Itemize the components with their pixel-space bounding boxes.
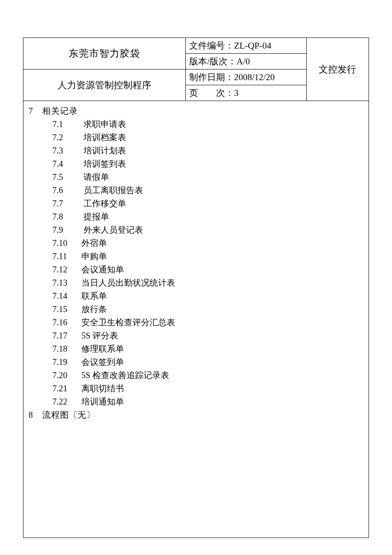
list-item: 7.19会议签到单 xyxy=(52,356,363,369)
section-8-number: 8 xyxy=(29,408,42,422)
section-7-title: 相关记录 xyxy=(42,106,78,116)
item-text: 申购单 xyxy=(81,251,107,261)
item-text: 外宿单 xyxy=(81,238,107,248)
date-cell: 制作日期：2008/12/20 xyxy=(186,69,307,85)
item-text: 5S 检查改善追踪记录表 xyxy=(81,370,169,380)
date-value: 2008/12/20 xyxy=(234,72,275,82)
list-item: 7.6 员工离职报告表 xyxy=(52,184,363,197)
item-text: 会议通知单 xyxy=(81,265,124,274)
item-number: 7.17 xyxy=(52,329,81,342)
item-number: 7.18 xyxy=(52,342,81,356)
item-number: 7.1 xyxy=(52,118,81,131)
section-7-number: 7 xyxy=(29,104,42,118)
item-text: 联系单 xyxy=(81,291,107,301)
records-list: 7.1 求职申请表 7.2 培训档案表 7.3 培训计划表 7.4 培训签到表 … xyxy=(52,118,363,408)
item-number: 7.10 xyxy=(52,237,81,250)
doc-number-cell: 文件编号：ZL-QP-04 xyxy=(186,38,307,54)
item-text: 培训通知单 xyxy=(81,397,124,406)
doc-number-label: 文件编号： xyxy=(189,40,234,51)
list-item: 7.18修理联系单 xyxy=(52,342,363,356)
item-text: 安全卫生检查评分汇总表 xyxy=(81,318,175,327)
section-8-title: 流程图 xyxy=(42,410,69,419)
document-frame: 东莞市智力胶袋 文件编号：ZL-QP-04 文控发行 版本/版次：A/0 人力资… xyxy=(23,38,369,538)
org-name: 东莞市智力胶袋 xyxy=(23,38,186,69)
issue-stamp: 文控发行 xyxy=(306,38,369,101)
item-number: 7.7 xyxy=(52,197,81,210)
item-text: 放行条 xyxy=(81,304,107,314)
item-text: 培训档案表 xyxy=(84,133,126,142)
list-item: 7.22培训通知单 xyxy=(52,395,363,408)
list-item: 7.9 外来人员登记表 xyxy=(52,223,363,237)
item-text: 请假单 xyxy=(84,172,109,182)
list-item: 7.175S 评分表 xyxy=(52,329,363,342)
page-value: 3 xyxy=(234,88,239,98)
item-number: 7.8 xyxy=(52,210,81,223)
item-number: 7.12 xyxy=(52,263,81,276)
version-cell: 版本/版次：A/0 xyxy=(186,54,307,69)
item-text: 当日人员出勤状况统计表 xyxy=(81,278,175,287)
list-item: 7.14联系单 xyxy=(52,289,363,303)
section-8-note: 〔无〕 xyxy=(69,410,95,419)
page-cell: 页 次：3 xyxy=(186,85,307,101)
list-item: 7.205S 检查改善追踪记录表 xyxy=(52,369,363,382)
item-number: 7.11 xyxy=(52,250,81,263)
procedure-title: 人力资源管制控制程序 xyxy=(23,69,186,101)
item-number: 7.14 xyxy=(52,289,81,303)
page: 东莞市智力胶袋 文件编号：ZL-QP-04 文控发行 版本/版次：A/0 人力资… xyxy=(0,0,392,555)
list-item: 7.10外宿单 xyxy=(52,237,363,250)
list-item: 7.21离职切结书 xyxy=(52,382,363,395)
item-text: 外来人员登记表 xyxy=(84,225,143,234)
list-item: 7.8 提报单 xyxy=(52,210,363,223)
list-item: 7.16安全卫生检查评分汇总表 xyxy=(52,316,363,329)
list-item: 7.11申购单 xyxy=(52,250,363,263)
version-value: A/0 xyxy=(236,56,250,66)
item-number: 7.19 xyxy=(52,356,81,369)
item-number: 7.2 xyxy=(52,131,81,144)
item-number: 7.9 xyxy=(52,223,81,237)
date-label: 制作日期： xyxy=(189,72,234,82)
section-7-heading: 7相关记录 xyxy=(29,104,363,118)
section-8-heading: 8流程图〔无〕 xyxy=(29,408,363,422)
item-text: 培训签到表 xyxy=(84,159,126,168)
list-item: 7.5 请假单 xyxy=(52,171,363,184)
doc-number-value: ZL-QP-04 xyxy=(234,40,271,51)
item-number: 7.3 xyxy=(52,144,81,157)
item-number: 7.4 xyxy=(52,157,81,171)
item-number: 7.21 xyxy=(52,382,81,395)
item-number: 7.6 xyxy=(52,184,81,197)
list-item: 7.13当日人员出勤状况统计表 xyxy=(52,276,363,289)
item-text: 提报单 xyxy=(84,212,109,221)
item-text: 修理联系单 xyxy=(81,344,124,353)
item-text: 5S 评分表 xyxy=(81,331,118,340)
item-number: 7.5 xyxy=(52,171,81,184)
page-label: 页 次： xyxy=(189,88,234,98)
version-label: 版本/版次： xyxy=(189,56,236,66)
item-text: 求职申请表 xyxy=(84,119,126,129)
item-text: 离职切结书 xyxy=(81,384,124,393)
list-item: 7.3 培训计划表 xyxy=(52,144,363,157)
header-table: 东莞市智力胶袋 文件编号：ZL-QP-04 文控发行 版本/版次：A/0 人力资… xyxy=(23,38,369,101)
item-number: 7.13 xyxy=(52,276,81,289)
item-number: 7.20 xyxy=(52,369,81,382)
list-item: 7.12会议通知单 xyxy=(52,263,363,276)
item-text: 会议签到单 xyxy=(81,357,124,367)
item-number: 7.22 xyxy=(52,395,81,408)
content-body: 7相关记录 7.1 求职申请表 7.2 培训档案表 7.3 培训计划表 7.4 … xyxy=(23,101,369,427)
item-text: 培训计划表 xyxy=(84,146,126,155)
list-item: 7.7 工作移交单 xyxy=(52,197,363,210)
item-text: 工作移交单 xyxy=(84,199,126,208)
item-number: 7.15 xyxy=(52,303,81,316)
item-text: 员工离职报告表 xyxy=(84,185,143,195)
list-item: 7.2 培训档案表 xyxy=(52,131,363,144)
list-item: 7.4 培训签到表 xyxy=(52,157,363,171)
list-item: 7.1 求职申请表 xyxy=(52,118,363,131)
list-item: 7.15放行条 xyxy=(52,303,363,316)
item-number: 7.16 xyxy=(52,316,81,329)
